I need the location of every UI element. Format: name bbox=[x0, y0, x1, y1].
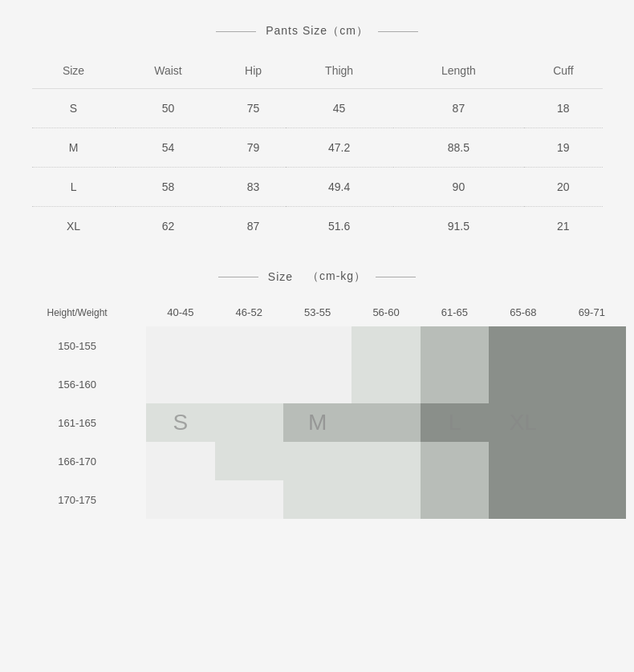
hw-table-body: 150-155156-160161-165SMLXL166-170170-175 bbox=[8, 326, 626, 519]
hw-col-header-46-52: 46-52 bbox=[215, 298, 283, 326]
title-line-right bbox=[378, 31, 418, 32]
pants-size-table: Size Waist Hip Thigh Length Cuff S507545… bbox=[32, 53, 603, 245]
table-row: L588349.49020 bbox=[32, 168, 603, 207]
cell-waist: 58 bbox=[116, 168, 221, 207]
hw-cell-r1-c3 bbox=[352, 365, 420, 403]
cell-cuff: 18 bbox=[524, 89, 602, 128]
hw-cell-r4-c4 bbox=[421, 480, 489, 519]
hw-cell-r1-c1 bbox=[215, 365, 283, 403]
hw-unit-label: （cm-kg） bbox=[307, 269, 366, 284]
col-length: Length bbox=[393, 53, 525, 89]
hw-table-wrapper: Height/Weight40-4546-5253-5556-6061-6565… bbox=[0, 298, 634, 519]
hw-cell-r0-c5 bbox=[489, 326, 557, 365]
size-l-label: L bbox=[449, 410, 461, 435]
cell-hip: 87 bbox=[221, 207, 285, 246]
hw-col-header-61-65: 61-65 bbox=[421, 298, 489, 326]
hw-size-section: Size （cm-kg） Height/Weight40-4546-5253-5… bbox=[0, 261, 634, 535]
cell-size: S bbox=[32, 89, 116, 128]
hw-header-row: Height/Weight40-4546-5253-5556-6061-6565… bbox=[8, 298, 626, 326]
col-size: Size bbox=[32, 53, 116, 89]
cell-cuff: 21 bbox=[524, 207, 602, 246]
hw-cell-r1-c6 bbox=[558, 365, 627, 403]
cell-waist: 62 bbox=[116, 207, 221, 246]
cell-hip: 83 bbox=[221, 168, 285, 207]
hw-cell-r2-c4: L bbox=[421, 403, 489, 442]
hw-cell-r3-c1 bbox=[215, 442, 283, 480]
cell-waist: 50 bbox=[116, 89, 221, 128]
hw-row-label: 166-170 bbox=[8, 442, 146, 480]
hw-cell-r4-c0 bbox=[146, 480, 214, 519]
hw-cell-r3-c2 bbox=[283, 442, 352, 480]
size-xl-label: XL bbox=[510, 410, 537, 435]
cell-hip: 79 bbox=[221, 128, 285, 168]
table-row: M547947.288.519 bbox=[32, 128, 603, 168]
cell-thigh: 49.4 bbox=[286, 168, 393, 207]
cell-thigh: 51.6 bbox=[286, 207, 393, 246]
hw-cell-r1-c5 bbox=[489, 365, 557, 403]
hw-col-header-53-55: 53-55 bbox=[283, 298, 352, 326]
hw-table-row: 170-175 bbox=[8, 480, 626, 519]
hw-cell-r4-c3 bbox=[352, 480, 420, 519]
hw-cell-r2-c3 bbox=[352, 403, 420, 442]
hw-cell-r3-c5 bbox=[489, 442, 557, 480]
cell-size: L bbox=[32, 168, 116, 207]
hw-title-line-right bbox=[376, 277, 416, 277]
hw-cell-r2-c2: M bbox=[283, 403, 352, 442]
hw-cell-r2-c5: XL bbox=[489, 403, 557, 442]
cell-size: XL bbox=[32, 207, 116, 246]
hw-size-label: Size bbox=[268, 270, 293, 283]
hw-table-row: 156-160 bbox=[8, 365, 626, 403]
pants-size-title: Pants Size（cm） bbox=[0, 24, 634, 38]
hw-cell-r2-c0: S bbox=[146, 403, 214, 442]
col-thigh: Thigh bbox=[286, 53, 393, 89]
hw-size-title: Size （cm-kg） bbox=[0, 269, 634, 284]
hw-cell-r3-c4 bbox=[421, 442, 489, 480]
hw-cell-r3-c0 bbox=[146, 442, 214, 480]
hw-cell-r4-c1 bbox=[215, 480, 283, 519]
hw-col-header-69-71: 69-71 bbox=[558, 298, 627, 326]
hw-row-label: 156-160 bbox=[8, 365, 146, 403]
table-row: XL628751.691.521 bbox=[32, 207, 603, 246]
hw-col-header-56-60: 56-60 bbox=[352, 298, 420, 326]
hw-cell-r0-c1 bbox=[215, 326, 283, 365]
col-hip: Hip bbox=[221, 53, 285, 89]
hw-cell-r4-c2 bbox=[283, 480, 352, 519]
cell-cuff: 20 bbox=[524, 168, 602, 207]
hw-cell-r4-c5 bbox=[489, 480, 557, 519]
cell-length: 88.5 bbox=[393, 128, 525, 168]
hw-row-label: 150-155 bbox=[8, 326, 146, 365]
hw-cell-r0-c0 bbox=[146, 326, 214, 365]
cell-length: 87 bbox=[393, 89, 525, 128]
cell-hip: 75 bbox=[221, 89, 285, 128]
pants-size-label: Pants Size（cm） bbox=[266, 24, 368, 38]
hw-cell-r2-c1 bbox=[215, 403, 283, 442]
table-header-row: Size Waist Hip Thigh Length Cuff bbox=[32, 53, 603, 89]
pants-table-body: S5075458718M547947.288.519L588349.49020X… bbox=[32, 89, 603, 246]
hw-table-row: 150-155 bbox=[8, 326, 626, 365]
pants-size-section: Pants Size（cm） Size Waist Hip Thigh Leng… bbox=[0, 16, 634, 261]
cell-waist: 54 bbox=[116, 128, 221, 168]
hw-cell-r1-c2 bbox=[283, 365, 352, 403]
hw-table-row: 161-165SMLXL bbox=[8, 403, 626, 442]
hw-col-header-40-45: 40-45 bbox=[146, 298, 214, 326]
hw-row-label: 170-175 bbox=[8, 480, 146, 519]
hw-cell-r0-c4 bbox=[421, 326, 489, 365]
table-row: S5075458718 bbox=[32, 89, 603, 128]
hw-cell-r0-c6 bbox=[558, 326, 627, 365]
cell-cuff: 19 bbox=[524, 128, 602, 168]
cell-thigh: 47.2 bbox=[286, 128, 393, 168]
col-waist: Waist bbox=[116, 53, 221, 89]
hw-cell-r0-c2 bbox=[283, 326, 352, 365]
hw-title-line-left bbox=[218, 277, 258, 277]
cell-length: 90 bbox=[393, 168, 525, 207]
hw-cell-r3-c3 bbox=[352, 442, 420, 480]
cell-length: 91.5 bbox=[393, 207, 525, 246]
title-line-left bbox=[216, 31, 256, 32]
hw-cell-r1-c0 bbox=[146, 365, 214, 403]
hw-cell-r3-c6 bbox=[558, 442, 627, 480]
hw-col-header-label: Height/Weight bbox=[8, 298, 146, 326]
cell-thigh: 45 bbox=[286, 89, 393, 128]
col-cuff: Cuff bbox=[524, 53, 602, 89]
hw-table: Height/Weight40-4546-5253-5556-6061-6565… bbox=[8, 298, 626, 519]
hw-cell-r1-c4 bbox=[421, 365, 489, 403]
